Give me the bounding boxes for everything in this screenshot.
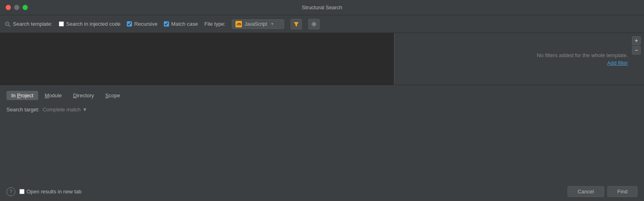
no-filters-text: No filters added for the whole template. <box>537 52 628 58</box>
complete-match-value: Complete match <box>43 107 81 113</box>
search-target-row: Search target: Complete match ▼ <box>0 104 644 115</box>
editor-area: No filters added for the whole template.… <box>0 33 644 85</box>
main-content: No filters added for the whole template.… <box>0 33 644 201</box>
find-button[interactable]: Find <box>607 186 638 197</box>
js-file-icon: JS <box>235 21 242 27</box>
file-type-dropdown-arrow: ▼ <box>270 22 275 26</box>
svg-line-1 <box>9 25 10 27</box>
remove-filter-button[interactable]: − <box>632 46 641 55</box>
tab-in-project[interactable]: In Project <box>6 91 38 100</box>
add-filter-button[interactable]: + <box>632 36 641 45</box>
window-title: Structural Search <box>302 4 342 10</box>
module-underline: M <box>45 92 49 98</box>
recursive-checkbox[interactable] <box>127 21 132 27</box>
help-button[interactable]: ? <box>6 187 15 196</box>
file-type-label: File type: <box>204 21 226 27</box>
match-case-label: Match case <box>171 21 198 27</box>
in-project-underline: P <box>17 92 21 98</box>
toolbar: Search template: Search in injected code… <box>0 15 644 33</box>
search-injected-checkbox[interactable] <box>59 21 64 27</box>
file-type-value: JavaScript <box>244 21 267 27</box>
maximize-button[interactable] <box>23 5 28 10</box>
add-filter-link[interactable]: Add filter <box>607 60 628 66</box>
svg-point-4 <box>313 23 315 25</box>
open-results-label: Open results in new tab <box>27 189 82 195</box>
title-bar: Structural Search <box>0 0 644 15</box>
recursive-checkbox-wrap[interactable]: Recursive <box>127 21 157 27</box>
recursive-label: Recursive <box>134 21 157 27</box>
title-bar-controls <box>6 5 28 10</box>
filter-icon-button[interactable] <box>291 19 302 29</box>
file-type-dropdown[interactable]: JS JavaScript ▼ <box>232 19 284 29</box>
search-template-section: Search template: <box>5 21 52 27</box>
tab-directory[interactable]: Directory <box>68 91 99 100</box>
code-editor[interactable] <box>0 33 394 85</box>
open-results-checkbox-wrap[interactable]: Open results in new tab <box>19 189 82 195</box>
match-case-checkbox[interactable] <box>164 21 169 27</box>
open-results-wrap: Open results in new tab <box>19 189 564 195</box>
search-injected-checkbox-wrap[interactable]: Search in injected code <box>59 21 120 27</box>
minimize-button[interactable] <box>14 5 19 10</box>
match-case-checkbox-wrap[interactable]: Match case <box>164 21 198 27</box>
dialog-buttons: Cancel Find <box>568 186 638 197</box>
complete-match-arrow: ▼ <box>82 107 87 113</box>
close-button[interactable] <box>6 5 11 10</box>
search-target-label: Search target: <box>6 107 39 113</box>
cancel-button[interactable]: Cancel <box>568 186 604 197</box>
directory-underline: D <box>73 92 77 98</box>
settings-icon-button[interactable] <box>308 19 320 29</box>
complete-match-dropdown[interactable]: Complete match ▼ <box>43 107 88 113</box>
svg-marker-3 <box>294 22 299 27</box>
side-buttons: + − <box>632 36 641 55</box>
tab-module[interactable]: Module <box>40 91 67 100</box>
filter-panel: No filters added for the whole template.… <box>394 33 644 85</box>
open-results-checkbox[interactable] <box>19 189 25 194</box>
bottom-row: ? Open results in new tab Cancel Find <box>0 182 644 201</box>
search-template-label: Search template: <box>13 21 52 27</box>
scope-tabs: In Project Module Directory Scope <box>0 85 644 104</box>
search-injected-label: Search in injected code <box>66 21 120 27</box>
window: Structural Search Search template: Searc… <box>0 0 644 201</box>
search-icon <box>5 21 10 27</box>
tab-scope[interactable]: Scope <box>101 91 125 100</box>
scope-underline: S <box>105 92 109 98</box>
